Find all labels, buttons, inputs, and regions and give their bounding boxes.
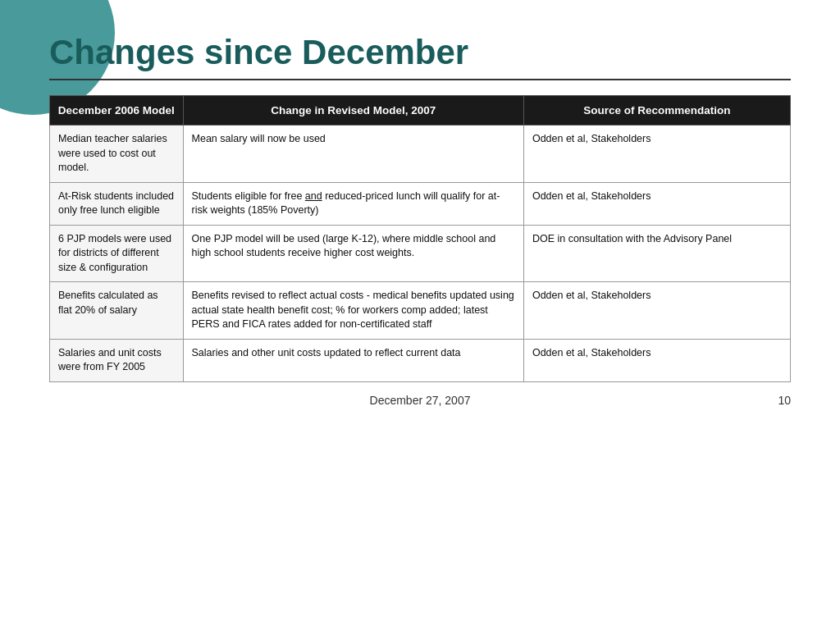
row-2-col2: One PJP model will be used (large K-12),…	[183, 225, 523, 282]
row-3-col1: Benefits calculated as flat 20% of salar…	[50, 282, 184, 340]
row-0-col3: Odden et al, Stakeholders	[523, 126, 790, 183]
page-content: Changes since December December 2006 Mod…	[0, 0, 840, 423]
row-4-col2: Salaries and other unit costs updated to…	[183, 339, 523, 381]
row-2-col1: 6 PJP models were used for districts of …	[50, 225, 184, 282]
footer: December 27, 2007 10	[49, 394, 791, 407]
table-header-row: December 2006 Model Change in Revised Mo…	[50, 96, 791, 126]
title-divider	[49, 79, 791, 80]
col-header-change2007: Change in Revised Model, 2007	[183, 96, 523, 126]
table-row: At-Risk students included only free lunc…	[50, 182, 791, 225]
table-row: Salaries and unit costs were from FY 200…	[50, 339, 791, 381]
row-3-col3: Odden et al, Stakeholders	[523, 282, 790, 340]
footer-date: December 27, 2007	[49, 394, 791, 407]
row-1-col3: Odden et al, Stakeholders	[523, 182, 790, 225]
changes-table: December 2006 Model Change in Revised Mo…	[49, 95, 791, 382]
row-1-col1: At-Risk students included only free lunc…	[50, 182, 184, 225]
table-row: 6 PJP models were used for districts of …	[50, 225, 791, 282]
row-4-col1: Salaries and unit costs were from FY 200…	[50, 339, 184, 381]
page-title: Changes since December	[49, 33, 791, 72]
row-0-col2: Mean salary will now be used	[183, 126, 523, 183]
footer-page-number: 10	[778, 394, 791, 407]
table-row: Median teacher salaries were used to cos…	[50, 126, 791, 183]
row-1-col2: Students eligible for free and reduced-p…	[183, 182, 523, 225]
col-header-dec2006: December 2006 Model	[50, 96, 184, 126]
row-4-col3: Odden et al, Stakeholders	[523, 339, 790, 381]
row-3-col2: Benefits revised to reflect actual costs…	[183, 282, 523, 340]
table-row: Benefits calculated as flat 20% of salar…	[50, 282, 791, 340]
row-0-col1: Median teacher salaries were used to cos…	[50, 126, 184, 183]
col-header-source: Source of Recommendation	[523, 96, 790, 126]
row-2-col3: DOE in consultation with the Advisory Pa…	[523, 225, 790, 282]
